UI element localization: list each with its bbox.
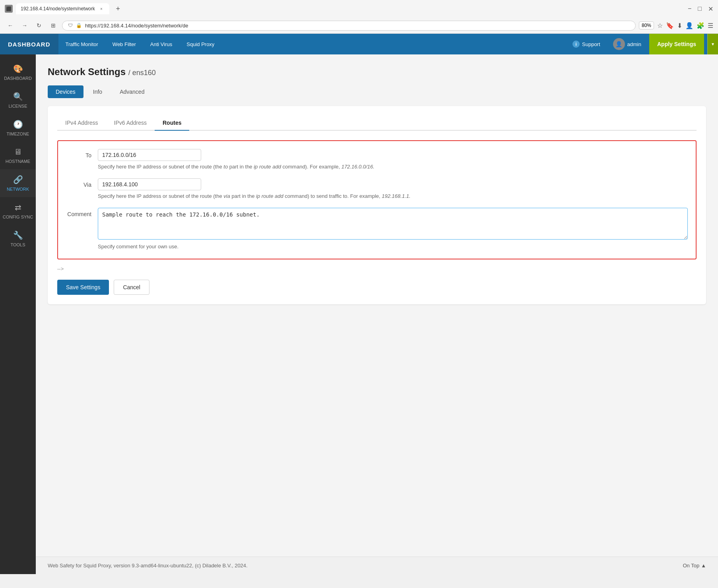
download-icon[interactable]: ⬇ <box>677 22 682 29</box>
on-top-arrow-icon: ▲ <box>701 563 706 569</box>
license-icon: 🔍 <box>13 92 23 101</box>
support-label: Support <box>582 41 600 47</box>
form-actions: Save Settings Cancel <box>57 280 697 295</box>
sidebar-item-tools[interactable]: 🔧 TOOLS <box>0 225 36 253</box>
url-text: https://192.168.4.14/node/system/network… <box>85 23 630 29</box>
top-nav: DASHBOARD Traffic Monitor Web Filter Ant… <box>0 34 718 54</box>
via-help-text: Specify here the IP address or subnet of… <box>98 193 688 200</box>
on-top-label: On Top <box>683 563 699 569</box>
apply-settings-button[interactable]: Apply Settings <box>649 34 704 54</box>
user-area[interactable]: 👤 admin <box>608 38 646 50</box>
sub-tab-ipv4[interactable]: IPv4 Address <box>57 116 106 131</box>
nav-squid-proxy[interactable]: Squid Proxy <box>179 34 221 54</box>
extensions-button[interactable]: ⊞ <box>48 20 59 31</box>
content-area: Network Settings / ens160 Devices Info A… <box>36 54 718 557</box>
address-bar-area: ← → ↻ ⊞ 🛡 🔒 https://192.168.4.14/node/sy… <box>0 17 718 33</box>
new-tab-button[interactable]: + <box>113 3 124 14</box>
arrow-comment: --> <box>57 266 697 272</box>
app-container: DASHBOARD Traffic Monitor Web Filter Ant… <box>0 34 718 574</box>
zoom-level[interactable]: 80% <box>639 21 654 29</box>
browser-titlebar: ⬛ 192.168.4.14/node/system/network × + −… <box>0 0 718 17</box>
nav-traffic-monitor[interactable]: Traffic Monitor <box>58 34 105 54</box>
routes-form-section: To Specify here the IP address or subnet… <box>57 140 697 259</box>
config-sync-icon: ⇄ <box>15 203 21 212</box>
logo: DASHBOARD <box>0 34 58 54</box>
extension-icon[interactable]: 🧩 <box>697 22 704 29</box>
menu-icon[interactable]: ☰ <box>708 22 713 29</box>
sidebar-label-hostname: HOSTNAME <box>6 159 30 164</box>
main-layout: 🎨 DASHBOARD 🔍 LICENSE 🕐 TIMEZONE 🖥 HOSTN… <box>0 54 718 574</box>
sidebar-item-license[interactable]: 🔍 LICENSE <box>0 86 36 114</box>
via-field-area: Specify here the IP address or subnet of… <box>98 178 688 200</box>
browser-tab[interactable]: 192.168.4.14/node/system/network × <box>16 3 109 14</box>
main-tab-bar: Devices Info Advanced <box>48 85 706 98</box>
sidebar: 🎨 DASHBOARD 🔍 LICENSE 🕐 TIMEZONE 🖥 HOSTN… <box>0 54 36 574</box>
browser-chrome: ⬛ 192.168.4.14/node/system/network × + −… <box>0 0 718 34</box>
nav-anti-virus[interactable]: Anti Virus <box>143 34 179 54</box>
apply-settings-dropdown[interactable]: ▾ <box>707 34 718 54</box>
star-icon[interactable]: ☆ <box>657 22 663 29</box>
sidebar-label-config-sync: CONFIG SYNC <box>3 215 33 219</box>
tab-devices[interactable]: Devices <box>48 85 83 98</box>
via-input[interactable] <box>98 178 201 190</box>
page-title: Network Settings / ens160 <box>48 66 706 77</box>
main-card: IPv4 Address IPv6 Address Routes To <box>48 106 706 304</box>
sub-tab-routes[interactable]: Routes <box>155 116 189 131</box>
sub-tab-bar: IPv4 Address IPv6 Address Routes <box>57 116 697 131</box>
footer: Web Safety for Squid Proxy, version 9.3-… <box>36 557 718 574</box>
cancel-button[interactable]: Cancel <box>114 280 149 295</box>
comment-textarea[interactable]: Sample route to reach the 172.16.0.0/16 … <box>98 208 688 240</box>
footer-copyright: Web Safety for Squid Proxy, version 9.3-… <box>48 563 248 569</box>
dashboard-icon: 🎨 <box>13 64 23 74</box>
tab-url: 192.168.4.14/node/system/network <box>21 6 95 12</box>
bookmark-icon[interactable]: 🔖 <box>666 22 674 29</box>
support-button[interactable]: i Support <box>568 41 605 48</box>
sidebar-item-dashboard[interactable]: 🎨 DASHBOARD <box>0 58 36 86</box>
to-field-area: Specify here the IP address or subnet of… <box>98 149 688 170</box>
sidebar-label-timezone: TIMEZONE <box>7 132 29 136</box>
support-info-icon: i <box>572 41 580 48</box>
sidebar-label-network: NETWORK <box>7 187 29 191</box>
refresh-button[interactable]: ↻ <box>33 20 45 31</box>
tab-info[interactable]: Info <box>85 85 110 98</box>
sidebar-item-network[interactable]: 🔗 NETWORK <box>0 169 36 197</box>
form-row-comment: Comment Sample route to reach the 172.16… <box>66 208 688 250</box>
form-row-to: To Specify here the IP address or subnet… <box>66 149 688 170</box>
sidebar-item-config-sync[interactable]: ⇄ CONFIG SYNC <box>0 197 36 225</box>
to-help-text: Specify here the IP address or subnet of… <box>98 163 688 170</box>
browser-icon: ⬛ <box>5 5 13 13</box>
network-icon: 🔗 <box>13 175 23 184</box>
close-tab-button[interactable]: × <box>98 6 105 12</box>
profile-icon[interactable]: 👤 <box>685 22 693 29</box>
window-controls: − □ ✕ <box>688 5 713 13</box>
window-maximize-button[interactable]: □ <box>698 5 702 12</box>
sub-tab-ipv6[interactable]: IPv6 Address <box>106 116 155 131</box>
user-label: admin <box>627 41 641 47</box>
sidebar-label-license: LICENSE <box>8 104 27 108</box>
lock-icon: 🔒 <box>76 23 82 28</box>
sidebar-label-dashboard: DASHBOARD <box>4 76 32 81</box>
to-input[interactable] <box>98 149 201 161</box>
save-settings-button[interactable]: Save Settings <box>57 280 109 295</box>
via-label: Via <box>66 178 98 188</box>
comment-help-text: Specify comment for your own use. <box>98 243 688 250</box>
forward-button[interactable]: → <box>19 20 30 31</box>
sidebar-item-hostname[interactable]: 🖥 HOSTNAME <box>0 142 36 169</box>
nav-web-filter[interactable]: Web Filter <box>105 34 143 54</box>
timezone-icon: 🕐 <box>13 120 23 129</box>
on-top-link[interactable]: On Top ▲ <box>683 563 706 569</box>
window-close-button[interactable]: ✕ <box>708 5 713 13</box>
comment-field-area: Sample route to reach the 172.16.0.0/16 … <box>98 208 688 250</box>
nav-links: Traffic Monitor Web Filter Anti Virus Sq… <box>58 34 222 54</box>
shield-icon: 🛡 <box>68 23 73 28</box>
address-bar[interactable]: 🛡 🔒 https://192.168.4.14/node/system/net… <box>62 21 636 31</box>
address-bar-icons: ☆ 🔖 ⬇ 👤 🧩 ☰ <box>657 22 713 29</box>
tools-icon: 🔧 <box>13 230 23 240</box>
back-button[interactable]: ← <box>5 20 16 31</box>
nav-right: i Support 👤 admin Apply Settings ▾ <box>568 34 718 54</box>
sidebar-item-timezone[interactable]: 🕐 TIMEZONE <box>0 114 36 142</box>
tab-advanced[interactable]: Advanced <box>112 85 152 98</box>
window-minimize-button[interactable]: − <box>688 5 691 12</box>
sidebar-label-tools: TOOLS <box>10 242 25 247</box>
page-subtitle: / ens160 <box>128 69 156 77</box>
